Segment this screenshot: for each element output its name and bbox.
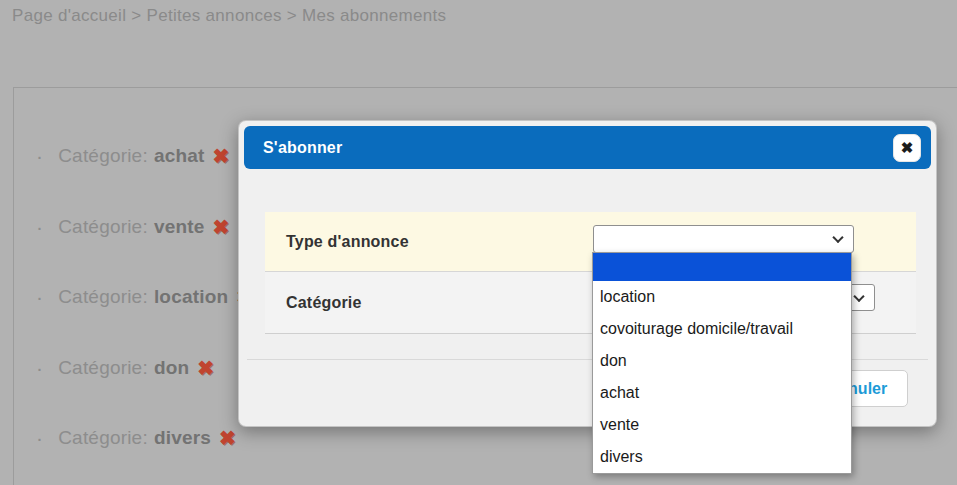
item-value: divers [154, 427, 211, 449]
bullet-icon: · [36, 356, 43, 380]
list-item: · Catégorie: achat ✖ [36, 144, 229, 168]
bullet-icon: · [36, 144, 43, 168]
bullet-icon: · [36, 285, 43, 309]
dropdown-option[interactable]: don [593, 345, 851, 377]
dropdown-option[interactable]: covoiturage domicile/travail [593, 313, 851, 345]
item-value: achat [154, 145, 205, 167]
remove-icon[interactable]: ✖ [213, 217, 230, 237]
remove-icon[interactable]: ✖ [219, 428, 236, 448]
close-icon: ✖ [901, 139, 914, 157]
item-label: Catégorie: [58, 357, 148, 379]
remove-icon[interactable]: ✖ [213, 146, 230, 166]
dropdown-option[interactable]: vente [593, 409, 851, 441]
bullet-icon: · [36, 426, 43, 450]
remove-icon[interactable]: ✖ [197, 358, 214, 378]
item-value: vente [154, 216, 205, 238]
list-item: · Catégorie: location ✖ [36, 285, 253, 309]
list-item: · Catégorie: vente ✖ [36, 215, 229, 239]
type-annonce-dropdown: location covoiturage domicile/travail do… [592, 252, 852, 474]
dropdown-option[interactable]: divers [593, 441, 851, 473]
dropdown-option[interactable]: location [593, 281, 851, 313]
item-label: Catégorie: [58, 216, 148, 238]
item-label: Catégorie: [58, 145, 148, 167]
breadcrumb[interactable]: Page d'accueil > Petites annonces > Mes … [12, 6, 446, 26]
item-label: Catégorie: [58, 286, 148, 308]
type-annonce-select[interactable] [593, 225, 854, 253]
list-item: · Catégorie: divers ✖ [36, 426, 236, 450]
bullet-icon: · [36, 215, 43, 239]
modal-title: S'abonner [263, 126, 342, 169]
dropdown-option[interactable]: achat [593, 377, 851, 409]
item-value: location [154, 286, 228, 308]
item-value: don [154, 357, 189, 379]
categorie-label: Catégorie [265, 294, 362, 312]
dropdown-option[interactable] [593, 253, 851, 281]
item-label: Catégorie: [58, 427, 148, 449]
list-item: · Catégorie: don ✖ [36, 356, 214, 380]
chevron-down-icon [853, 290, 864, 301]
modal-header: S'abonner ✖ [244, 126, 931, 169]
type-annonce-label: Type d'annonce [265, 233, 409, 251]
chevron-down-icon [832, 232, 843, 243]
close-button[interactable]: ✖ [893, 134, 921, 162]
